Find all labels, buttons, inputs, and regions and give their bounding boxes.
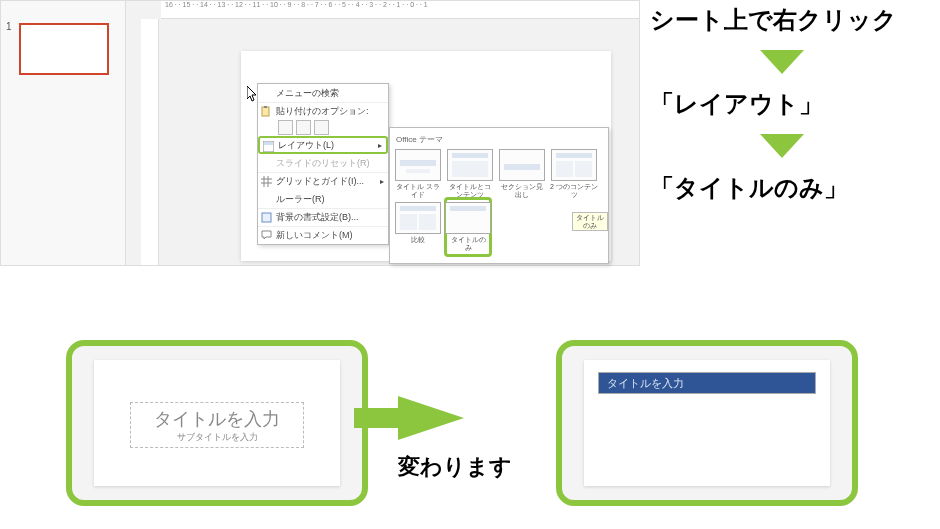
menu-item-new-comment[interactable]: 新しいコメント(M): [258, 226, 388, 244]
layout-tooltip: タイトルのみ: [572, 212, 608, 231]
slide-mini: タイトルを入力 サブタイトルを入力: [94, 360, 340, 486]
layout-caption: セクション見出し: [498, 183, 546, 198]
vertical-ruler: [141, 19, 159, 265]
after-slide-preview: タイトルを入力: [556, 340, 858, 506]
instruction-steps: シート上で右クリック 「レイアウト」 「タイトルのみ」: [650, 4, 940, 204]
paste-option-icons: [276, 120, 329, 135]
format-bg-icon: [261, 212, 272, 223]
instruction-step-1: シート上で右クリック: [650, 4, 940, 36]
layout-option-two-content[interactable]: 2 つのコンテンツ: [550, 149, 598, 198]
subtitle-text: サブタイトルを入力: [177, 431, 258, 444]
slide-thumbnail-panel: 1: [1, 1, 126, 265]
svg-rect-3: [264, 142, 273, 145]
before-slide-preview: タイトルを入力 サブタイトルを入力: [66, 340, 368, 506]
slide-mini: タイトルを入力: [584, 360, 830, 486]
menu-item-format-background[interactable]: 背景の書式設定(B)...: [258, 208, 388, 226]
submenu-arrow-icon: ▸: [380, 177, 384, 186]
menu-label: グリッドとガイド(I)...: [276, 175, 364, 188]
paste-option-icon[interactable]: [296, 120, 311, 135]
layout-caption: 2 つのコンテンツ: [550, 183, 598, 198]
comment-icon: [261, 230, 272, 241]
clipboard-icon: [261, 106, 272, 117]
horizontal-ruler: 16 · · 15 · · 14 · · 13 · · 12 · · 11 · …: [161, 1, 639, 19]
transition-arrow-icon: [398, 396, 464, 440]
title-placeholder: タイトルを入力 サブタイトルを入力: [130, 402, 304, 448]
layout-option-title-content[interactable]: タイトルとコンテンツ: [446, 149, 494, 198]
layout-option-title-only[interactable]: タイトルのみ: [444, 197, 492, 256]
menu-label: レイアウト(L): [278, 139, 334, 152]
down-arrow-icon: [760, 134, 804, 158]
menu-label: 貼り付けのオプション:: [276, 105, 369, 118]
tooltip-text: タイトルのみ: [572, 212, 608, 231]
layout-gallery-submenu: Office テーマ タイトル スライド タイトルとコンテンツ セクション見出し…: [389, 127, 609, 264]
svg-rect-1: [264, 106, 267, 108]
slide-number: 1: [6, 21, 12, 32]
title-only-bar: タイトルを入力: [598, 372, 816, 394]
menu-label: メニューの検索: [276, 87, 339, 100]
title-text: タイトルを入力: [154, 407, 280, 431]
menu-item-grid-guides[interactable]: グリッドとガイド(I)... ▸: [258, 172, 388, 190]
menu-item-layout[interactable]: レイアウト(L) ▸: [258, 136, 388, 154]
menu-item-search[interactable]: メニューの検索: [258, 84, 388, 102]
layout-option-section-header[interactable]: セクション見出し: [498, 149, 546, 198]
gallery-header: Office テーマ: [394, 132, 604, 149]
layout-caption: タイトル スライド: [394, 183, 442, 198]
context-menu: メニューの検索 貼り付けのオプション: レイアウト(L) ▸ スライドのリセット…: [257, 83, 389, 245]
layout-caption: タイトルとコンテンツ: [446, 183, 494, 198]
slide-thumbnail-1[interactable]: [19, 23, 109, 75]
paste-option-icon[interactable]: [314, 120, 329, 135]
down-arrow-icon: [760, 50, 804, 74]
grid-icon: [261, 176, 272, 187]
menu-label: 新しいコメント(M): [276, 229, 353, 242]
layout-caption: タイトルのみ: [449, 236, 487, 251]
menu-item-paste-options[interactable]: 貼り付けのオプション:: [258, 102, 388, 136]
layout-icon: [263, 141, 274, 152]
transition-label: 変わります: [398, 452, 512, 482]
menu-label: スライドのリセット(R): [276, 157, 370, 170]
instruction-step-3: 「タイトルのみ」: [650, 172, 940, 204]
menu-item-ruler[interactable]: ルーラー(R): [258, 190, 388, 208]
layout-option-title-slide[interactable]: タイトル スライド: [394, 149, 442, 198]
svg-rect-0: [262, 107, 269, 116]
menu-label: ルーラー(R): [276, 193, 325, 206]
svg-rect-4: [262, 213, 271, 222]
title-text: タイトルを入力: [607, 376, 684, 391]
layout-caption: 比較: [411, 236, 425, 244]
instruction-step-2: 「レイアウト」: [650, 88, 940, 120]
powerpoint-screenshot: 1 16 · · 15 · · 14 · · 13 · · 12 · · 11 …: [0, 0, 640, 266]
layout-option-comparison[interactable]: 比較: [394, 202, 442, 254]
menu-label: 背景の書式設定(B)...: [276, 211, 359, 224]
submenu-arrow-icon: ▸: [378, 141, 382, 150]
menu-item-reset[interactable]: スライドのリセット(R): [258, 154, 388, 172]
paste-option-icon[interactable]: [278, 120, 293, 135]
